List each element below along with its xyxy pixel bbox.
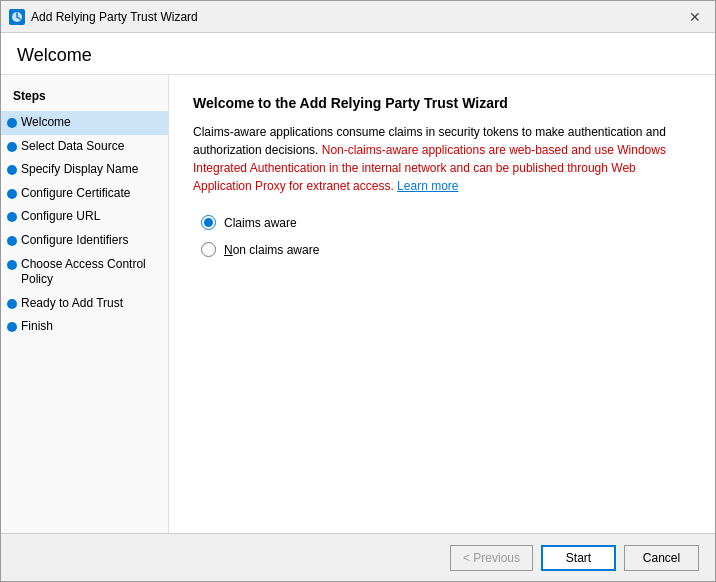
content-title: Welcome to the Add Relying Party Trust W… — [193, 95, 691, 111]
claims-aware-label: Claims aware — [224, 216, 297, 230]
sidebar-item-ready-to-add[interactable]: Ready to Add Trust — [1, 292, 168, 316]
sidebar-label: Specify Display Name — [21, 162, 138, 178]
step-dot — [7, 142, 17, 152]
sidebar-item-access-control-policy[interactable]: Choose Access Control Policy — [1, 253, 168, 292]
sidebar-label: Configure Identifiers — [21, 233, 128, 249]
step-dot — [7, 236, 17, 246]
learn-more-link[interactable]: Learn more — [397, 179, 458, 193]
non-claims-aware-option[interactable]: Non claims aware — [201, 242, 691, 257]
content-area: Welcome to the Add Relying Party Trust W… — [169, 75, 715, 533]
window-title: Add Relying Party Trust Wizard — [31, 10, 198, 24]
non-claims-aware-radio[interactable] — [201, 242, 216, 257]
step-dot — [7, 165, 17, 175]
title-bar: Add Relying Party Trust Wizard ✕ — [1, 1, 715, 33]
wizard-window: Add Relying Party Trust Wizard ✕ Welcome… — [0, 0, 716, 582]
footer: < Previous Start Cancel — [1, 533, 715, 581]
non-claims-aware-label: Non claims aware — [224, 243, 319, 257]
sidebar-label: Welcome — [21, 115, 71, 131]
step-dot — [7, 322, 17, 332]
sidebar: Steps Welcome Select Data Source Specify… — [1, 75, 169, 533]
page-title: Welcome — [17, 45, 699, 66]
window-header: Welcome — [1, 33, 715, 75]
sidebar-label: Finish — [21, 319, 53, 335]
sidebar-item-configure-certificate[interactable]: Configure Certificate — [1, 182, 168, 206]
sidebar-label: Ready to Add Trust — [21, 296, 123, 312]
step-dot — [7, 260, 17, 270]
window-body: Welcome Steps Welcome Select Data Source… — [1, 33, 715, 581]
start-button[interactable]: Start — [541, 545, 616, 571]
close-button[interactable]: ✕ — [683, 6, 707, 28]
sidebar-section-title: Steps — [1, 85, 168, 111]
window-icon — [9, 9, 25, 25]
radio-group: Claims aware Non claims aware — [201, 215, 691, 257]
sidebar-label: Select Data Source — [21, 139, 124, 155]
sidebar-item-select-data-source[interactable]: Select Data Source — [1, 135, 168, 159]
step-dot — [7, 212, 17, 222]
step-dot — [7, 189, 17, 199]
claims-aware-option[interactable]: Claims aware — [201, 215, 691, 230]
sidebar-label: Configure Certificate — [21, 186, 130, 202]
sidebar-item-specify-display-name[interactable]: Specify Display Name — [1, 158, 168, 182]
cancel-button[interactable]: Cancel — [624, 545, 699, 571]
description-text: Claims-aware applications consume claims… — [193, 123, 691, 195]
main-content: Steps Welcome Select Data Source Specify… — [1, 75, 715, 533]
sidebar-label: Choose Access Control Policy — [21, 257, 160, 288]
sidebar-label: Configure URL — [21, 209, 100, 225]
sidebar-item-configure-url[interactable]: Configure URL — [1, 205, 168, 229]
step-dot — [7, 299, 17, 309]
sidebar-item-welcome[interactable]: Welcome — [1, 111, 168, 135]
title-bar-left: Add Relying Party Trust Wizard — [9, 9, 198, 25]
sidebar-item-configure-identifiers[interactable]: Configure Identifiers — [1, 229, 168, 253]
previous-button[interactable]: < Previous — [450, 545, 533, 571]
sidebar-item-finish[interactable]: Finish — [1, 315, 168, 339]
claims-aware-radio[interactable] — [201, 215, 216, 230]
step-dot — [7, 118, 17, 128]
